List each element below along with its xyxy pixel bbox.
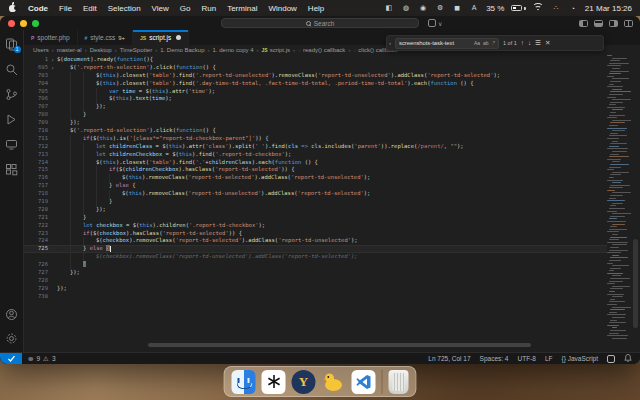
- code-line[interactable]: 722let checkbox = $(this).children('.rep…: [24, 222, 607, 230]
- errors-count[interactable]: 9: [36, 355, 40, 362]
- toggle-panel-icon[interactable]: [594, 20, 603, 27]
- close-find-icon[interactable]: ✕: [545, 40, 550, 47]
- warnings-count[interactable]: 3: [52, 355, 56, 362]
- menu-item-run[interactable]: Run: [201, 4, 216, 13]
- menu-extra-icon-2[interactable]: ◍: [401, 4, 411, 12]
- menu-item-window[interactable]: Window: [268, 4, 296, 13]
- code-line[interactable]: 705var time = $(this).attr('time');: [24, 88, 607, 96]
- code-line-ghost[interactable]: $(checkbox).removeClass('report-td-unsel…: [24, 253, 607, 261]
- warnings-icon[interactable]: ⚠: [43, 355, 49, 363]
- code-line[interactable]: 730: [24, 293, 607, 301]
- toggle-primary-sidebar-icon[interactable]: [579, 20, 588, 27]
- find-previous-icon[interactable]: ↑: [521, 40, 524, 47]
- code-line[interactable]: 728: [24, 277, 607, 285]
- breadcrumb-item[interactable]: ◌ready() callback: [298, 47, 345, 53]
- minimize-window-button[interactable]: [20, 20, 27, 27]
- menu-item-code[interactable]: Code: [28, 4, 48, 13]
- dock-item-trash[interactable]: [389, 370, 409, 394]
- errors-icon[interactable]: ⊗: [28, 355, 33, 363]
- code-line[interactable]: 715if($(childrenCheckbox).hasClass('repo…: [24, 166, 607, 174]
- customize-layout-icon[interactable]: [624, 20, 633, 27]
- vertical-scrollbar[interactable]: [632, 55, 639, 352]
- code-line[interactable]: 729});: [24, 285, 607, 293]
- code-line[interactable]: 716$(this).removeClass('report-td-select…: [24, 174, 607, 182]
- copilot-status-icon[interactable]: [607, 355, 615, 363]
- status-language[interactable]: {} JavaScript: [562, 355, 599, 362]
- dirty-indicator-icon[interactable]: [176, 35, 181, 40]
- code-line[interactable]: 720});: [24, 206, 607, 214]
- menubar-clock[interactable]: 21 Mar 15:26: [585, 4, 632, 13]
- dock-item-finder[interactable]: [232, 370, 256, 394]
- code-line[interactable]: 725} else {: [24, 245, 607, 253]
- toggle-secondary-sidebar-icon[interactable]: [609, 20, 618, 27]
- dock-item-cyberduck[interactable]: [322, 370, 346, 394]
- breadcrumb-item[interactable]: TimeSpotter: [120, 47, 152, 53]
- toggle-replace-chevron[interactable]: ›: [389, 40, 391, 46]
- code-line[interactable]: 710$('.report-td-selection').click(funct…: [24, 127, 607, 135]
- code-editor[interactable]: 1›$(document).ready(function(){695›$('.r…: [24, 55, 640, 352]
- menu-item-help[interactable]: Help: [308, 4, 324, 13]
- sidebar-item-search[interactable]: [4, 61, 20, 77]
- menu-item-selection[interactable]: Selection: [108, 4, 141, 13]
- dock-item-vscode[interactable]: [352, 370, 376, 394]
- code-line[interactable]: 719}: [24, 198, 607, 206]
- code-line[interactable]: 718$(this).removeClass('report-td-unsele…: [24, 190, 607, 198]
- code-line[interactable]: 723if($(checkbox).hasClass('report-td-se…: [24, 230, 607, 238]
- command-center-search[interactable]: Search: [221, 18, 419, 28]
- status-eol[interactable]: LF: [545, 355, 553, 362]
- horizontal-scrollbar[interactable]: [148, 343, 531, 347]
- code-line[interactable]: 724$(checkbox).removeClass('report-td-se…: [24, 237, 607, 245]
- code-line[interactable]: 712let childrenClass = $(this).attr('cla…: [24, 143, 607, 151]
- whole-word-icon[interactable]: ab: [483, 40, 489, 46]
- code-line[interactable]: 714$(this).closest('table').find('.'+chi…: [24, 159, 607, 167]
- code-line[interactable]: 713let childrenCheckbox = $(this).find('…: [24, 151, 607, 159]
- breadcrumb-item[interactable]: Users: [33, 47, 49, 53]
- sidebar-item-accounts[interactable]: [4, 306, 20, 322]
- code-line[interactable]: 709});: [24, 119, 607, 127]
- dock-item-chatgpt[interactable]: [262, 370, 286, 394]
- dock-item-y-app[interactable]: Y: [292, 370, 316, 394]
- maximize-window-button[interactable]: [32, 20, 39, 27]
- find-input[interactable]: screenshots-task-text Aa ab .*: [395, 38, 499, 49]
- code-line[interactable]: 727});: [24, 269, 607, 277]
- tab-style.css[interactable]: #style.css9+: [78, 30, 134, 45]
- menu-item-go[interactable]: Go: [180, 4, 191, 13]
- copilot-menu-button[interactable]: ∨: [428, 19, 442, 27]
- menu-extra-icon-6[interactable]: A: [469, 4, 479, 12]
- remote-indicator[interactable]: [0, 353, 22, 364]
- find-next-icon[interactable]: ↓: [528, 40, 531, 47]
- code-line[interactable]: 703$(this).closest('table').find('.repor…: [24, 72, 607, 80]
- breadcrumb-item[interactable]: 1. Demo Backup: [160, 47, 204, 53]
- menu-extra-icon-3[interactable]: ◉: [418, 4, 428, 12]
- menu-extra-icon-4[interactable]: ⚙: [435, 4, 445, 12]
- code-line[interactable]: 1›$(document).ready(function(){: [24, 56, 607, 64]
- control-center-icon[interactable]: ∴: [551, 4, 561, 12]
- sidebar-item-remote-explorer[interactable]: [4, 136, 20, 152]
- code-line[interactable]: 708}: [24, 111, 607, 119]
- code-line[interactable]: 721}: [24, 214, 607, 222]
- code-line[interactable]: 695›$('.report-th-selection').click(func…: [24, 64, 607, 72]
- code-line[interactable]: 707});: [24, 103, 607, 111]
- status-encoding[interactable]: UTF-8: [517, 355, 535, 362]
- notifications-bell-icon[interactable]: [624, 354, 632, 363]
- close-window-button[interactable]: [8, 20, 15, 27]
- regex-icon[interactable]: .*: [492, 40, 495, 46]
- tab-spotter.php[interactable]: Pspotter.php: [24, 30, 78, 45]
- code-line[interactable]: 704$(this).closest('table').find('.day-t…: [24, 80, 607, 88]
- sidebar-item-source-control[interactable]: [4, 86, 20, 102]
- menu-extra-icon-1[interactable]: ◧: [384, 4, 394, 12]
- minimap[interactable]: [607, 55, 631, 352]
- sidebar-item-run-debug[interactable]: [4, 111, 20, 127]
- menu-item-edit[interactable]: Edit: [83, 4, 97, 13]
- menu-item-terminal[interactable]: Terminal: [227, 4, 257, 13]
- sidebar-item-settings[interactable]: [4, 330, 20, 346]
- status-indentation[interactable]: Spaces: 4: [480, 355, 509, 362]
- code-line[interactable]: 717} else {: [24, 182, 607, 190]
- match-case-icon[interactable]: Aa: [474, 40, 480, 46]
- fold-collapsed-icon[interactable]: ›: [48, 64, 57, 72]
- fold-collapsed-icon[interactable]: ›: [48, 56, 57, 64]
- breadcrumb-item[interactable]: 1. demo copy 4: [213, 47, 254, 53]
- wifi-icon[interactable]: [533, 4, 544, 13]
- tab-script.js[interactable]: JSscript.js: [133, 30, 189, 45]
- menu-item-view[interactable]: View: [152, 4, 169, 13]
